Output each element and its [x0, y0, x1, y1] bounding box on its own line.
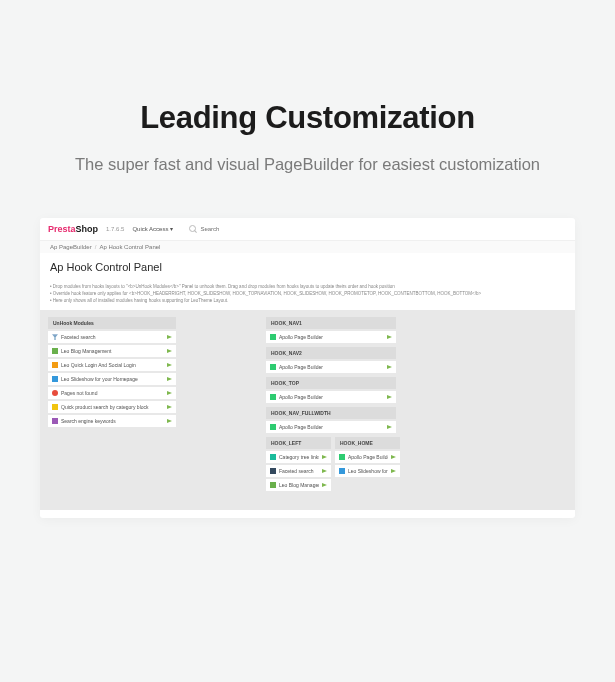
section-header-top: HOOK_TOP — [266, 377, 396, 389]
module-row[interactable]: Apollo Page Builder — [266, 361, 396, 373]
hint-item: • Override hook feature only applies for… — [50, 290, 565, 297]
login-icon — [52, 362, 58, 368]
slideshow-icon — [52, 376, 58, 382]
edit-icon[interactable] — [322, 483, 327, 487]
module-row[interactable]: Apollo Page Builder — [266, 331, 396, 343]
slideshow-icon — [339, 468, 345, 474]
module-row[interactable]: Apollo Page Builder — [266, 421, 396, 433]
module-row[interactable]: Apollo Page Builder — [335, 451, 400, 463]
section-header-nav2: HOOK_NAV2 — [266, 347, 396, 359]
section-header-home: HOOK_HOME — [335, 437, 400, 449]
unhook-column: UnHook Modules Faceted search Leo Blog M… — [48, 314, 176, 506]
hint-list: • Drop modules from hooks layouts to "<b… — [40, 283, 575, 311]
edit-icon[interactable] — [387, 395, 392, 399]
hint-item: • Here only shows all of installed modul… — [50, 297, 565, 304]
hooks-board: UnHook Modules Faceted search Leo Blog M… — [40, 310, 575, 510]
edit-icon[interactable] — [387, 335, 392, 339]
hook-left-column: HOOK_LEFT Category tree links Faceted se… — [266, 434, 331, 491]
module-row[interactable]: Pages not found — [48, 387, 176, 399]
edit-icon[interactable] — [322, 455, 327, 459]
edit-icon[interactable] — [167, 335, 172, 339]
edit-icon[interactable] — [167, 377, 172, 381]
search-wrap — [189, 225, 260, 232]
section-header-unhook: UnHook Modules — [48, 317, 176, 329]
module-row[interactable]: Leo Quick Login And Social Login — [48, 359, 176, 371]
panel-title: Ap Hook Control Panel — [40, 253, 575, 283]
breadcrumb: Ap PageBuilder/Ap Hook Control Panel — [40, 241, 575, 253]
chevron-down-icon: ▾ — [170, 225, 173, 232]
builder-icon — [270, 424, 276, 430]
edit-icon[interactable] — [167, 391, 172, 395]
prestashop-logo: PrestaShop — [48, 224, 98, 234]
edit-icon[interactable] — [387, 365, 392, 369]
edit-icon[interactable] — [387, 425, 392, 429]
hero-section: Leading Customization The super fast and… — [0, 0, 615, 218]
screenshot-panel: PrestaShop 1.7.6.5 Quick Access ▾ Ap Pag… — [40, 218, 575, 518]
module-row[interactable]: Faceted search — [266, 465, 331, 477]
quick-access-menu[interactable]: Quick Access ▾ — [132, 225, 173, 232]
module-row[interactable]: Apollo Page Builder — [266, 391, 396, 403]
seo-icon — [52, 418, 58, 424]
edit-icon[interactable] — [322, 469, 327, 473]
module-row[interactable]: Leo Slideshow for your Homepage — [335, 465, 400, 477]
edit-icon[interactable] — [167, 349, 172, 353]
hint-item: • Drop modules from hooks layouts to "<b… — [50, 283, 565, 290]
edit-icon[interactable] — [391, 455, 396, 459]
blog-icon — [270, 482, 276, 488]
warning-icon — [52, 390, 58, 396]
breadcrumb-parent[interactable]: Ap PageBuilder — [50, 244, 92, 250]
module-row[interactable]: Category tree links — [266, 451, 331, 463]
nav-column: HOOK_NAV1 Apollo Page Builder HOOK_NAV2 … — [266, 314, 396, 506]
builder-icon — [270, 364, 276, 370]
breadcrumb-current: Ap Hook Control Panel — [99, 244, 160, 250]
edit-icon[interactable] — [391, 469, 396, 473]
quick-icon — [52, 404, 58, 410]
edit-icon[interactable] — [167, 363, 172, 367]
module-row[interactable]: Leo Slideshow for your Homepage — [48, 373, 176, 385]
module-row[interactable]: Quick product search by category block — [48, 401, 176, 413]
blog-icon — [52, 348, 58, 354]
page-subheading: The super fast and visual PageBuilder fo… — [40, 152, 575, 178]
section-header-left: HOOK_LEFT — [266, 437, 331, 449]
module-row[interactable]: Faceted search — [48, 331, 176, 343]
version-badge: 1.7.6.5 — [106, 226, 124, 232]
search-icon — [189, 225, 196, 232]
section-header-nav1: HOOK_NAV1 — [266, 317, 396, 329]
builder-icon — [339, 454, 345, 460]
page-heading: Leading Customization — [40, 100, 575, 136]
module-row[interactable]: Leo Blog Management — [266, 479, 331, 491]
hook-home-column: HOOK_HOME Apollo Page Builder Leo Slides… — [335, 434, 400, 491]
funnel-icon — [270, 468, 276, 474]
section-header-navfull: HOOK_NAV_FULLWIDTH — [266, 407, 396, 419]
module-row[interactable]: Leo Blog Management — [48, 345, 176, 357]
builder-icon — [270, 334, 276, 340]
builder-icon — [270, 394, 276, 400]
module-row[interactable]: Search engine keywords — [48, 415, 176, 427]
edit-icon[interactable] — [167, 419, 172, 423]
admin-topbar: PrestaShop 1.7.6.5 Quick Access ▾ — [40, 218, 575, 241]
funnel-icon — [52, 334, 58, 340]
edit-icon[interactable] — [167, 405, 172, 409]
search-input[interactable] — [200, 226, 260, 232]
category-icon — [270, 454, 276, 460]
